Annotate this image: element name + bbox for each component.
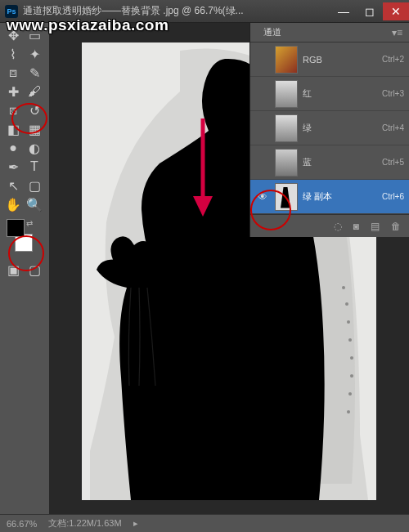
status-chevron-icon[interactable]: ▸ (133, 518, 138, 529)
gradient-tool-icon[interactable]: ▦ (25, 120, 44, 138)
channel-row[interactable]: 👁绿 副本Ctrl+6 (250, 180, 409, 214)
channel-thumb (275, 114, 298, 142)
panel-menu-icon[interactable]: ▾≡ (392, 27, 402, 38)
shape-tool-icon[interactable]: ▢ (25, 177, 44, 194)
save-selection-icon[interactable]: ◙ (353, 221, 359, 232)
minimize-button[interactable]: — (330, 2, 357, 20)
quickmask-icon[interactable]: ▣ (3, 261, 23, 279)
wand-tool-icon[interactable]: ✦ (25, 45, 44, 63)
status-bar: 66.67% 文档:1.22M/1.63M ▸ (0, 514, 409, 532)
path-tool-icon[interactable]: ↖ (3, 177, 23, 194)
channel-row[interactable]: 蓝Ctrl+5 (250, 145, 409, 180)
stamp-tool-icon[interactable]: ⧇ (3, 101, 23, 119)
channels-panel: 通道 ▾≡ RGBCtrl+2红Ctrl+3绿Ctrl+4蓝Ctrl+5👁绿 副… (249, 23, 409, 237)
svg-point-4 (350, 356, 353, 360)
tools-panel: ✥▭ ⌇✦ ⧈✎ ✚🖌 ⧇↺ ◧▦ ●◐ ✒T ↖▢ ✋🔍 ⇄ ▣▢ (0, 23, 49, 514)
svg-point-1 (345, 302, 348, 306)
doc-size: 文档:1.22M/1.63M (48, 517, 121, 530)
brush-tool-icon[interactable]: 🖌 (25, 83, 44, 101)
channel-shortcut: Ctrl+4 (382, 123, 404, 132)
channel-shortcut: Ctrl+2 (382, 55, 404, 64)
watermark-text: www.psxiazaiba.com (7, 16, 169, 34)
channel-thumb (275, 80, 298, 108)
blur-tool-icon[interactable]: ● (3, 139, 23, 157)
history-tool-icon[interactable]: ↺ (25, 101, 44, 119)
maximize-button[interactable]: ◻ (357, 2, 383, 20)
svg-point-7 (347, 410, 350, 414)
channel-thumb (275, 46, 298, 74)
heal-tool-icon[interactable]: ✚ (3, 83, 23, 101)
channels-list: RGBCtrl+2红Ctrl+3绿Ctrl+4蓝Ctrl+5👁绿 副本Ctrl+… (250, 42, 409, 214)
svg-point-2 (347, 320, 350, 324)
channel-name: 绿 副本 (303, 190, 382, 203)
eraser-tool-icon[interactable]: ◧ (3, 120, 23, 138)
channels-tab[interactable]: 通道 (257, 25, 288, 40)
channel-name: 绿 (303, 122, 382, 134)
channels-footer: ◌ ◙ ▤ 🗑 (250, 214, 409, 237)
pen-tool-icon[interactable]: ✒ (3, 158, 23, 176)
crop-tool-icon[interactable]: ⧈ (3, 64, 23, 82)
load-selection-icon[interactable]: ◌ (334, 221, 342, 232)
dodge-tool-icon[interactable]: ◐ (25, 139, 44, 157)
zoom-tool-icon[interactable]: 🔍 (25, 195, 44, 213)
new-channel-icon[interactable]: ▤ (371, 221, 380, 232)
close-button[interactable]: ✕ (383, 2, 409, 20)
eyedropper-tool-icon[interactable]: ✎ (25, 64, 44, 82)
channel-name: 红 (303, 87, 382, 100)
channel-name: RGB (303, 55, 382, 65)
delete-channel-icon[interactable]: 🗑 (391, 221, 401, 232)
channel-name: 蓝 (303, 156, 382, 168)
lasso-tool-icon[interactable]: ⌇ (3, 45, 23, 63)
channel-thumb (275, 149, 298, 177)
swap-icon[interactable]: ⇄ (26, 219, 33, 228)
svg-point-0 (342, 286, 345, 289)
channel-row[interactable]: 绿Ctrl+4 (250, 111, 409, 145)
hand-tool-icon[interactable]: ✋ (3, 195, 23, 213)
channel-thumb (275, 183, 298, 211)
channel-shortcut: Ctrl+3 (382, 89, 404, 98)
zoom-level[interactable]: 66.67% (7, 519, 37, 529)
foreground-color[interactable] (7, 219, 25, 237)
svg-point-3 (348, 338, 352, 342)
channel-row[interactable]: 红Ctrl+3 (250, 77, 409, 111)
svg-point-5 (350, 374, 353, 378)
channel-row[interactable]: RGBCtrl+2 (250, 42, 409, 77)
channel-shortcut: Ctrl+5 (382, 158, 404, 167)
visibility-icon[interactable]: 👁 (255, 191, 270, 203)
svg-point-6 (348, 392, 352, 396)
type-tool-icon[interactable]: T (25, 158, 44, 176)
channel-shortcut: Ctrl+6 (382, 192, 404, 201)
screenmode-icon[interactable]: ▢ (25, 261, 44, 279)
color-swatches[interactable]: ⇄ (7, 219, 39, 252)
